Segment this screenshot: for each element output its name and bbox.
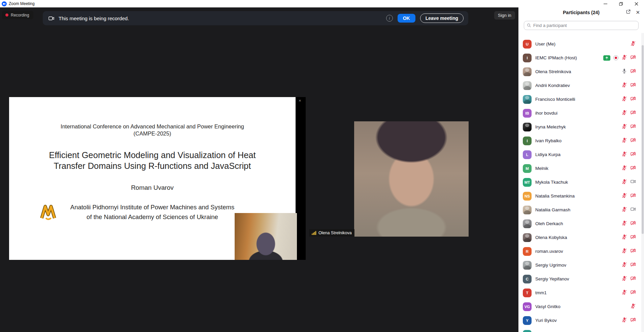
mic-muted-icon: [621, 179, 627, 186]
scrollbar-thumb[interactable]: [642, 45, 644, 234]
participant-row[interactable]: Y Yuri Bykov: [518, 313, 641, 327]
mic-muted-icon: [621, 137, 627, 144]
minimize-button[interactable]: [598, 0, 613, 7]
institute-logo-icon: [39, 203, 57, 220]
participant-name: Oleh Derkach: [535, 221, 563, 226]
avatar: M: [523, 164, 532, 173]
mic-muted-icon: [621, 165, 627, 172]
ok-button[interactable]: OK: [398, 14, 415, 23]
participant-name: Olena Kobylska: [535, 235, 567, 240]
participant-search[interactable]: [524, 21, 639, 30]
signal-bars-icon: [312, 231, 316, 235]
participant-row[interactable]: Iryna Melezhyk: [518, 120, 641, 134]
mic-muted-icon: [621, 275, 627, 282]
mic-muted-icon: [621, 289, 627, 296]
avatar: [523, 330, 532, 332]
slide-title: Efficient Geometric Modeling and Visuali…: [49, 150, 256, 171]
mic-muted-icon: [621, 262, 627, 269]
mic-muted-icon: [621, 123, 627, 130]
mic-muted-icon: [621, 220, 627, 227]
participant-name: Natalia Smetankina: [535, 193, 575, 199]
participant-name: Mykola Tkachuk: [535, 180, 568, 185]
avatar: [523, 81, 532, 90]
recording-indicator: Recording: [2, 11, 33, 19]
scrollbar[interactable]: [641, 33, 644, 332]
mic-muted-icon: [621, 54, 627, 61]
camera-off-icon: [630, 262, 636, 269]
participant-row[interactable]: R roman.uvarov: [518, 244, 641, 258]
meeting-stage: Recording This meeting is being recorded…: [0, 7, 518, 332]
search-icon: [527, 23, 531, 28]
participant-row[interactable]: [518, 327, 641, 332]
participant-row[interactable]: VG Vasyl Gnitko: [518, 300, 641, 313]
participant-row[interactable]: Sergiy Ugrimov: [518, 258, 641, 272]
slide-close-icon[interactable]: ×: [299, 98, 301, 103]
participant-name: Nataliia Garmash: [535, 207, 570, 212]
speaker-name-tag: Olena Strelnikova: [309, 229, 354, 237]
participant-row[interactable]: Olena Strelnikova: [518, 65, 641, 79]
participant-row[interactable]: I Ivan Rybalko: [518, 134, 641, 148]
conference-name-line2: (CAMPE-2025): [134, 130, 171, 137]
avatar: C: [523, 275, 532, 283]
participant-name: Yuri Bykov: [535, 318, 557, 323]
participant-name: Andrii Kondratiev: [535, 83, 570, 88]
participant-row[interactable]: T tmm1: [518, 286, 641, 300]
participant-row[interactable]: I IEMC IPMach (Host): [518, 51, 641, 65]
camera-off-icon: [630, 275, 636, 282]
slide-side-strip: ×: [296, 97, 306, 260]
mic-muted-icon: [621, 82, 627, 89]
mic-on-icon: [621, 68, 627, 75]
camera-record-icon: [48, 15, 55, 22]
window-titlebar: Zoom Meeting: [0, 0, 644, 7]
camera-off-icon: [630, 82, 636, 89]
slide-author: Roman Uvarov: [131, 184, 174, 191]
search-input[interactable]: [533, 23, 636, 28]
participant-name: Iryna Melezhyk: [535, 124, 566, 129]
popout-icon[interactable]: [626, 9, 631, 16]
participant-row[interactable]: Oleh Derkach: [518, 217, 641, 231]
camera-off-icon: [630, 151, 636, 158]
affiliation-line1: Anatolii Pidhornyi Institute of Power Ma…: [70, 202, 234, 212]
sign-in-button[interactable]: Sign in: [494, 11, 515, 20]
info-icon[interactable]: i: [386, 15, 393, 22]
participant-row[interactable]: C Sergiy Yepifanov: [518, 272, 641, 286]
participant-name: Francisco Monticelli: [535, 97, 575, 102]
participant-name: Lidiya Kurpa: [535, 152, 561, 157]
camera-off-icon: [630, 234, 636, 241]
camera-on-icon: [630, 206, 636, 213]
participant-row[interactable]: Francisco Monticelli: [518, 92, 641, 106]
participant-row[interactable]: Andrii Kondratiev: [518, 79, 641, 92]
participant-row[interactable]: L Lidiya Kurpa: [518, 148, 641, 161]
recording-notification-bar: This meeting is being recorded. i OK Lea…: [43, 11, 468, 25]
screen-share-icon: [603, 55, 610, 61]
avatar: NS: [523, 192, 532, 201]
avatar: R: [523, 247, 532, 256]
camera-off-icon: [630, 192, 636, 200]
participant-row[interactable]: Nataliia Garmash: [518, 203, 641, 217]
participant-row[interactable]: Olena Kobylska: [518, 231, 641, 244]
conference-name-line1: International Conference on Advanced Mec…: [61, 123, 244, 130]
close-panel-icon[interactable]: ✕: [636, 10, 640, 15]
mic-muted-icon: [621, 234, 627, 241]
speaker-name: Olena Strelnikova: [318, 231, 352, 235]
mic-muted-icon: [621, 206, 627, 213]
avatar: [523, 67, 532, 76]
avatar: [523, 123, 532, 131]
participant-name: Melnik: [535, 166, 548, 171]
close-window-button[interactable]: [629, 0, 644, 7]
participant-row[interactable]: M Melnik: [518, 161, 641, 175]
participant-row[interactable]: MT Mykola Tkachuk: [518, 175, 641, 189]
participant-row[interactable]: NS Natalia Smetankina: [518, 189, 641, 203]
camera-off-icon: [630, 110, 636, 117]
participant-row[interactable]: IB ihor bovdui: [518, 106, 641, 120]
leave-meeting-button[interactable]: Leave meeting: [420, 13, 464, 23]
participants-title: Participants (24): [563, 10, 600, 15]
avatar: [523, 233, 532, 242]
restore-button[interactable]: [613, 0, 629, 7]
mic-muted-icon: [621, 110, 627, 117]
participants-panel: Participants (24) ✕ U User (Me): [518, 7, 644, 332]
participant-name: tmm1: [535, 290, 547, 295]
participant-name: Vasyl Gnitko: [535, 304, 561, 309]
camera-off-icon: [630, 317, 636, 324]
participant-row[interactable]: U User (Me): [518, 37, 641, 51]
